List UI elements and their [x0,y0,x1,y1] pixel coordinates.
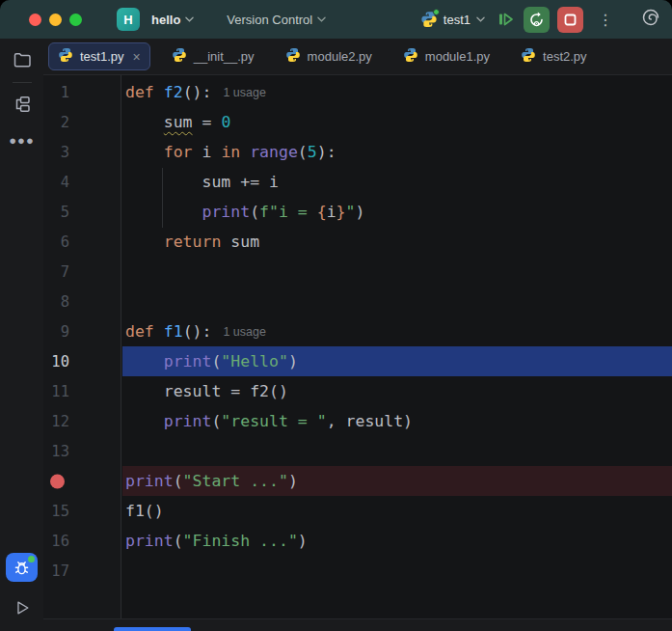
line-number[interactable]: 2 [43,114,69,131]
divider [13,82,32,83]
code-text[interactable] [122,436,672,466]
code-line-6[interactable]: 6 return sum [43,227,672,257]
resume-program-button[interactable] [495,9,516,30]
debug-toolwindow-button[interactable] [6,553,38,582]
gutter-cell[interactable]: 8 [43,287,122,316]
usage-inlay-hint[interactable]: 1 usage [223,325,265,339]
gutter-cell[interactable]: 2 [43,107,122,137]
breakpoint-dot[interactable] [50,474,65,488]
gutter-cell[interactable]: 1 [43,77,122,107]
gutter-cell[interactable] [43,466,122,496]
line-number[interactable]: 12 [43,413,69,430]
gutter-cell[interactable]: 16 [43,526,122,556]
gutter-cell[interactable]: 6 [43,227,122,257]
code-line-7[interactable]: 7 [43,257,672,287]
editor-tab-bar: test1.py×__init__.pymodule2.pymodule1.py… [43,39,672,75]
gutter-cell[interactable]: 11 [43,376,122,406]
line-number[interactable]: 3 [43,144,69,161]
line-number[interactable]: 11 [43,383,69,400]
line-number[interactable]: 8 [43,293,69,311]
code-line-5[interactable]: 5 print(f"i = {i}") [43,197,672,227]
gutter-cell[interactable]: 15 [43,496,122,526]
line-number[interactable]: 13 [43,443,69,460]
gutter-cell[interactable]: 5 [43,197,122,227]
stop-button[interactable] [557,7,583,33]
code-line-13[interactable]: 13 [43,436,672,466]
project-folder-icon[interactable] [9,46,36,73]
tab-module2-py[interactable]: module2.py [270,39,388,74]
code-editor[interactable]: 1def f2():1 usage2 sum = 03 for i in ran… [43,75,672,618]
title-bar: H hello Version Control test1 [0,0,672,39]
ai-spiral-icon[interactable] [641,8,660,31]
gutter-cell[interactable]: 13 [43,436,122,466]
minimize-window-button[interactable] [49,14,62,26]
code-line-2[interactable]: 2 sum = 0 [43,107,672,137]
code-line-11[interactable]: 11 result = f2() [43,376,672,406]
code-text[interactable]: sum += i [122,167,672,197]
gutter-cell[interactable]: 12 [43,406,122,436]
code-text[interactable]: def f1():1 usage [122,316,672,346]
tab-module1-py[interactable]: module1.py [388,39,505,74]
line-number[interactable]: 10 [43,353,69,370]
run-configuration-selector[interactable]: test1 [420,11,485,28]
usage-inlay-hint[interactable]: 1 usage [223,86,265,99]
code-line-15[interactable]: 15f1() [43,496,672,526]
close-window-button[interactable] [29,14,41,26]
gutter-cell[interactable]: 4 [43,167,122,197]
tab-close-icon[interactable]: × [133,50,141,64]
line-number[interactable]: 6 [43,233,69,251]
gutter-cell[interactable]: 3 [43,137,122,167]
line-number[interactable]: 15 [43,503,69,520]
panel-selected-tab-indicator[interactable] [114,627,191,631]
more-actions-button[interactable]: ⋮ [597,11,614,29]
code-text[interactable]: print(f"i = {i}") [122,197,672,227]
code-text[interactable]: sum = 0 [122,107,672,137]
python-file-icon [285,47,301,66]
more-toolwindows-icon[interactable]: ●●● [9,125,36,152]
run-toolwindow-icon[interactable] [11,596,34,619]
code-line-17[interactable]: 17 [43,556,672,586]
code-text[interactable] [122,257,672,287]
line-number[interactable]: 9 [43,323,69,341]
code-text[interactable]: def f2():1 usage [122,77,672,107]
code-line-14[interactable]: print("Start ...") [43,466,672,496]
structure-icon[interactable] [9,91,36,118]
code-text[interactable] [122,287,672,316]
code-line-16[interactable]: 16print("Finish ...") [43,526,672,556]
code-line-10[interactable]: 10 print("Hello") [43,346,672,376]
zoom-window-button[interactable] [69,14,82,26]
line-number[interactable]: 5 [43,204,69,221]
line-number[interactable]: 7 [43,263,69,281]
line-number[interactable]: 17 [43,562,69,580]
code-text[interactable]: f1() [122,496,672,526]
code-text[interactable]: result = f2() [122,376,672,406]
project-menu[interactable]: hello [151,13,194,27]
tab--init-py[interactable]: __init__.py [156,39,270,74]
code-text[interactable]: for i in range(5): [122,137,672,167]
gutter-cell[interactable]: 7 [43,257,122,287]
code-line-12[interactable]: 12 print("result = ", result) [43,406,672,436]
line-number[interactable]: 1 [43,84,69,101]
code-text[interactable]: print("Finish ...") [122,526,672,556]
line-number[interactable]: 16 [43,533,69,550]
code-line-4[interactable]: 4 sum += i [43,167,672,197]
tab-test1-py[interactable]: test1.py× [48,42,150,70]
gutter-cell[interactable]: 9 [43,316,122,346]
code-line-9[interactable]: 9def f1():1 usage [43,316,672,346]
chevron-down-icon [476,16,485,22]
code-line-8[interactable]: 8 [43,287,672,316]
code-text[interactable] [122,556,672,586]
code-text[interactable]: print("Start ...") [122,466,672,496]
rerun-debug-button[interactable] [524,7,550,33]
python-file-icon [58,47,73,66]
tab-test2-py[interactable]: test2.py [505,39,603,74]
code-text[interactable]: print("result = ", result) [122,406,672,436]
version-control-menu[interactable]: Version Control [227,13,326,27]
code-line-1[interactable]: 1def f2():1 usage [43,77,672,107]
code-text[interactable]: print("Hello") [122,346,672,376]
line-number[interactable]: 4 [43,174,69,191]
code-line-3[interactable]: 3 for i in range(5): [43,137,672,167]
gutter-cell[interactable]: 17 [43,556,122,586]
gutter-cell[interactable]: 10 [43,346,122,376]
code-text[interactable]: return sum [122,227,672,257]
